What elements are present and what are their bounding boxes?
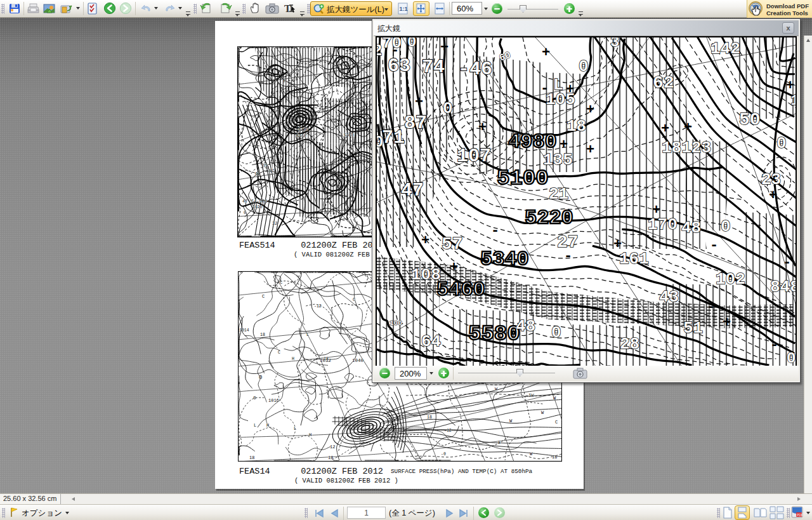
svg-text:+: + xyxy=(684,120,692,136)
svg-text:848: 848 xyxy=(770,277,796,297)
svg-text:00: 00 xyxy=(787,350,796,366)
svg-text:5340: 5340 xyxy=(296,134,306,138)
svg-text:108: 108 xyxy=(411,265,441,284)
svg-text:18: 18 xyxy=(260,333,265,337)
svg-text:161: 161 xyxy=(619,250,649,269)
svg-text:0: 0 xyxy=(721,217,731,236)
svg-text:W: W xyxy=(530,451,533,457)
svg-text:H: H xyxy=(266,423,269,428)
svg-text:-: - xyxy=(710,237,718,253)
svg-text:PDF: PDF xyxy=(797,513,803,517)
svg-text:-12: -12 xyxy=(444,429,452,433)
svg-text:100: 100 xyxy=(390,319,402,327)
svg-text:43: 43 xyxy=(659,288,679,307)
svg-text:5460: 5460 xyxy=(436,278,485,302)
svg-text:12: 12 xyxy=(330,444,335,450)
svg-text:+: + xyxy=(421,233,429,249)
svg-text:5340: 5340 xyxy=(480,248,529,271)
svg-text:C: C xyxy=(262,294,265,299)
svg-text:1:1: 1:1 xyxy=(400,6,408,12)
svg-text:+: + xyxy=(652,203,660,218)
svg-text:18: 18 xyxy=(249,455,254,460)
svg-text:+: + xyxy=(661,121,669,137)
svg-text:H: H xyxy=(284,79,286,84)
svg-text:1: 1 xyxy=(790,92,796,109)
svg-text:L: L xyxy=(294,426,296,431)
svg-text:H: H xyxy=(309,432,311,437)
svg-text:18123: 18123 xyxy=(662,138,711,157)
svg-text:50: 50 xyxy=(739,110,761,130)
svg-text:-: - xyxy=(391,43,399,58)
svg-text:107: 107 xyxy=(457,145,491,167)
svg-text:62: 62 xyxy=(653,73,674,93)
svg-text:48: 48 xyxy=(681,218,701,237)
svg-text:IW: IW xyxy=(528,393,534,398)
svg-text:+: + xyxy=(786,78,794,94)
svg-text:57: 57 xyxy=(442,234,463,254)
svg-text:51: 51 xyxy=(263,164,268,168)
svg-text:8: 8 xyxy=(498,441,501,445)
svg-text:W: W xyxy=(495,387,498,392)
svg-text:0: 0 xyxy=(443,99,453,118)
svg-text:5100: 5100 xyxy=(497,166,549,190)
svg-text:+: + xyxy=(769,188,777,204)
svg-text:-: - xyxy=(564,248,572,264)
svg-text:5580: 5580 xyxy=(468,322,520,346)
svg-text:W: W xyxy=(541,410,544,415)
svg-text:W: W xyxy=(553,396,556,401)
svg-text:-12: -12 xyxy=(314,304,322,309)
svg-text:102: 102 xyxy=(716,270,745,289)
svg-text:71: 71 xyxy=(382,127,405,149)
svg-text:18: 18 xyxy=(566,117,586,136)
svg-text:C: C xyxy=(278,350,280,355)
svg-text:47: 47 xyxy=(242,199,247,204)
svg-text:+: + xyxy=(586,102,594,118)
svg-text:-: - xyxy=(770,337,778,353)
svg-text:64: 64 xyxy=(421,332,441,351)
svg-text:18: 18 xyxy=(328,455,333,460)
svg-text:C: C xyxy=(280,280,282,285)
svg-text:-: - xyxy=(707,299,715,315)
svg-text:63: 63 xyxy=(388,55,410,77)
svg-text:+: + xyxy=(440,40,449,56)
svg-text:-: - xyxy=(783,255,791,270)
svg-text:-: - xyxy=(540,81,549,97)
svg-text:H: H xyxy=(292,357,294,361)
svg-text:0: 0 xyxy=(244,210,246,215)
svg-text:0: 0 xyxy=(407,37,416,51)
svg-text:5460: 5460 xyxy=(344,133,354,138)
svg-text:L: L xyxy=(254,423,256,428)
svg-text:C: C xyxy=(353,297,355,302)
svg-text:51: 51 xyxy=(683,319,703,338)
svg-text:3620: 3620 xyxy=(252,205,263,210)
svg-text:21: 21 xyxy=(549,185,568,204)
svg-text:+: + xyxy=(542,45,550,61)
svg-text:0: 0 xyxy=(253,395,256,401)
svg-text:-46: -46 xyxy=(458,58,492,80)
svg-text:23: 23 xyxy=(761,170,781,189)
svg-text:5220: 5220 xyxy=(525,206,573,230)
svg-text:+: + xyxy=(723,315,731,331)
svg-text:142: 142 xyxy=(710,39,740,58)
svg-text:57: 57 xyxy=(269,169,274,173)
svg-text:28: 28 xyxy=(620,335,639,354)
svg-text:18: 18 xyxy=(552,455,557,460)
svg-text:48: 48 xyxy=(516,317,535,336)
svg-text:1032: 1032 xyxy=(320,358,331,363)
svg-text:18: 18 xyxy=(427,415,432,420)
svg-text:-: - xyxy=(491,223,499,239)
svg-text:+: + xyxy=(586,142,594,158)
svg-text:1040: 1040 xyxy=(352,358,364,363)
svg-text:-0: -0 xyxy=(441,452,446,457)
svg-text:74: 74 xyxy=(422,57,445,78)
svg-text:+: + xyxy=(613,237,622,253)
svg-text:0: 0 xyxy=(551,323,561,342)
svg-text:47: 47 xyxy=(401,180,424,201)
svg-text:+: + xyxy=(450,260,458,276)
svg-text:0: 0 xyxy=(579,57,589,76)
svg-text:54-620: 54-620 xyxy=(251,199,267,204)
svg-text:L: L xyxy=(306,332,309,337)
svg-text:+: + xyxy=(415,95,423,110)
svg-text:0: 0 xyxy=(776,134,787,153)
svg-text:0: 0 xyxy=(259,375,262,381)
